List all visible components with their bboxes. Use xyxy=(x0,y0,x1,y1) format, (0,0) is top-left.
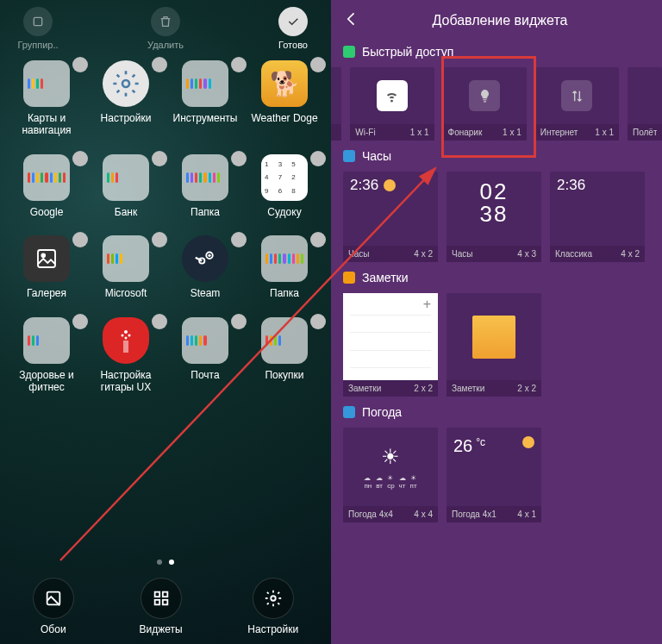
bottom-bar: Обои Виджеты Настройки xyxy=(0,578,331,635)
section-quick: Быстрый доступ xyxy=(331,41,662,60)
app-guitar[interactable]: Настройка гитары UX xyxy=(88,317,164,394)
section-weather: Погода xyxy=(331,402,662,421)
widget-picker-panel: Добавление виджета Быстрый доступ к Wi-F… xyxy=(331,0,662,644)
widget-flashlight[interactable]: Фонарик1 x 1 xyxy=(443,67,527,141)
svg-point-1 xyxy=(122,80,129,87)
done-button[interactable]: Готово xyxy=(267,7,319,50)
app-maps[interactable]: Карты и навигация xyxy=(9,60,84,137)
gallery-icon xyxy=(34,246,59,272)
time: 2:36 xyxy=(557,177,585,194)
group-button[interactable]: Группир.. xyxy=(12,7,64,50)
sun-icon: ☀ xyxy=(381,445,400,469)
widgets-button[interactable]: Виджеты xyxy=(140,578,183,635)
delete-label: Удалить xyxy=(147,40,184,50)
sun-icon xyxy=(384,179,396,191)
widget-clock-1[interactable]: 2:36Часы4 x 2 xyxy=(343,172,438,262)
widget-weather-2[interactable]: 26°cПогода 4x14 x 1 xyxy=(447,428,541,522)
widget-clock-2[interactable]: 0238Часы4 x 3 xyxy=(447,172,541,262)
section-clock-label: Часы xyxy=(362,149,391,163)
gear-icon xyxy=(112,70,140,97)
section-notes-label: Заметки xyxy=(362,271,409,284)
widget-title: Добавление виджета xyxy=(374,13,626,28)
quick-row: к Wi-Fi1 x 1 Фонарик1 x 1 Интернет1 x 1 … xyxy=(331,60,662,146)
trash-icon xyxy=(159,15,172,28)
svg-rect-2 xyxy=(38,250,55,267)
app-tools[interactable]: Инструменты xyxy=(167,60,243,137)
delete-button[interactable]: Удалить xyxy=(140,7,191,50)
widget-weather-1[interactable]: ☀☁пн☁вт☀ср☁чт☀птПогода 4x44 x 4 xyxy=(343,428,438,522)
app-grid: Карты и навигация Настройки Инструменты … xyxy=(0,53,331,400)
weather-row: ☀☁пн☁вт☀ср☁чт☀птПогода 4x44 x 4 26°cПого… xyxy=(331,421,662,528)
w-size: 4 x 1 xyxy=(517,510,536,519)
sun-icon xyxy=(522,436,534,448)
app-label: Папка xyxy=(190,206,220,218)
data-icon xyxy=(561,80,592,111)
widget-internet[interactable]: Интернет1 x 1 xyxy=(535,67,619,141)
w-lbl: Заметки xyxy=(348,384,381,393)
widget-header: Добавление виджета xyxy=(331,0,662,41)
app-steam[interactable]: Steam xyxy=(167,235,243,299)
svg-point-3 xyxy=(41,254,45,258)
time: 2:36 xyxy=(350,177,378,194)
section-weather-label: Погода xyxy=(362,405,402,419)
w-lbl: Заметки xyxy=(452,384,484,393)
w-size: 4 x 2 xyxy=(621,249,640,259)
app-label: Настройка гитары UX xyxy=(88,369,164,394)
w-size: 1 x 1 xyxy=(503,128,521,137)
done-label: Готово xyxy=(278,40,308,50)
widget-note-1[interactable]: +Заметки2 x 2 xyxy=(343,293,438,397)
app-label: Microsoft xyxy=(105,287,147,299)
svg-rect-15 xyxy=(154,600,159,605)
widget-airplane[interactable]: Полёт xyxy=(628,67,662,141)
t2: 38 xyxy=(480,201,509,227)
app-folder2[interactable]: Папка xyxy=(247,235,322,299)
section-quick-label: Быстрый доступ xyxy=(362,45,453,59)
svg-rect-16 xyxy=(162,600,167,605)
gear-icon xyxy=(264,589,283,608)
w-size: 4 x 2 xyxy=(414,249,433,259)
app-label: Покупки xyxy=(265,369,303,381)
app-label: Настройки xyxy=(101,112,152,124)
svg-rect-14 xyxy=(162,592,167,597)
section-notes: Заметки xyxy=(331,267,662,286)
w-lbl: Погода 4x1 xyxy=(452,510,496,519)
app-sudoku[interactable]: 135472968Судоку xyxy=(247,154,322,218)
app-mail[interactable]: Почта xyxy=(167,317,243,394)
app-label: Google xyxy=(30,206,64,218)
app-health[interactable]: Здоровье и фитнес xyxy=(9,317,84,394)
widgets-icon xyxy=(152,589,171,608)
check-icon xyxy=(286,15,300,28)
wallpapers-button[interactable]: Обои xyxy=(33,578,74,635)
widget-clock-3[interactable]: 2:36Классика4 x 2 xyxy=(550,172,645,262)
settings-button[interactable]: Настройки xyxy=(247,578,298,635)
widget-clipped[interactable]: к xyxy=(331,67,341,141)
widget-wifi[interactable]: Wi-Fi1 x 1 xyxy=(350,67,434,141)
w-lbl: Часы xyxy=(452,249,472,259)
app-gallery[interactable]: Галерея xyxy=(9,235,84,299)
steam-icon xyxy=(192,246,218,272)
section-clock: Часы xyxy=(331,146,662,165)
chevron-left-icon xyxy=(343,10,360,28)
app-folder1[interactable]: Папка xyxy=(167,154,243,218)
guitar-icon xyxy=(115,325,137,356)
app-label: Инструменты xyxy=(173,112,238,124)
app-google[interactable]: Google xyxy=(9,154,84,218)
w-size: 4 x 3 xyxy=(517,249,536,259)
temp: 26 xyxy=(453,436,472,456)
back-button[interactable] xyxy=(343,10,360,31)
home-editor-panel: Группир.. Удалить Готово Карты и навигац… xyxy=(0,0,331,644)
svg-point-9 xyxy=(122,334,124,336)
w-lbl: Классика xyxy=(555,249,592,259)
app-microsoft[interactable]: Microsoft xyxy=(88,235,164,299)
svg-point-8 xyxy=(124,330,128,334)
app-shopping[interactable]: Покупки xyxy=(247,317,322,394)
w-lbl: Часы xyxy=(348,249,369,259)
app-settings[interactable]: Настройки xyxy=(88,60,164,137)
w-size: 2 x 2 xyxy=(517,384,536,393)
svg-point-17 xyxy=(271,596,276,601)
app-bank[interactable]: Банк xyxy=(88,154,164,218)
widget-note-2[interactable]: Заметки2 x 2 xyxy=(447,293,541,397)
widgets-label: Виджеты xyxy=(140,623,183,635)
app-weatherdoge[interactable]: 🐕Weather Doge xyxy=(247,60,322,137)
wifi-icon xyxy=(377,80,408,111)
